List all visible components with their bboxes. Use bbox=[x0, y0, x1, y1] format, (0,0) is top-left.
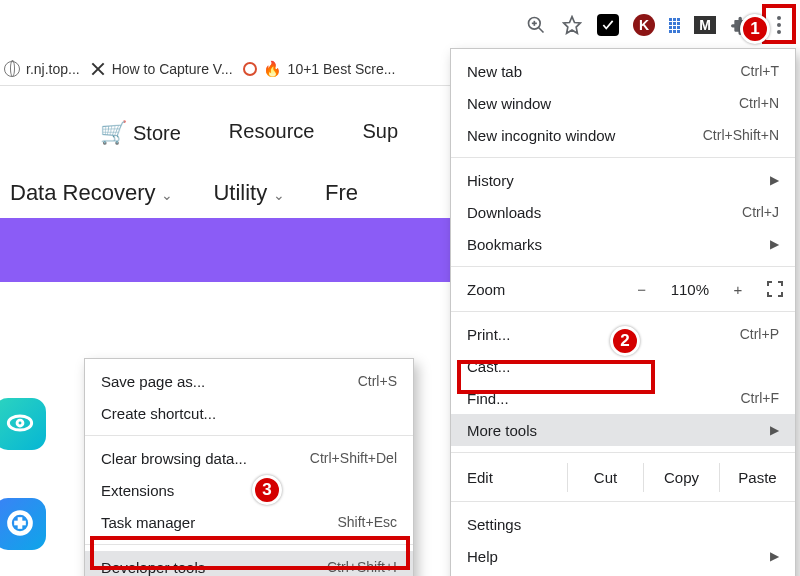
annotation-badge: 3 bbox=[252, 475, 282, 505]
menu-separator bbox=[451, 311, 795, 312]
bookmark-label: How to Capture V... bbox=[112, 61, 233, 77]
edit-cut-button[interactable]: Cut bbox=[567, 463, 643, 492]
annotation-badge: 2 bbox=[610, 326, 640, 356]
menu-label: Extensions bbox=[101, 482, 174, 499]
nav-link[interactable]: Resource bbox=[229, 120, 315, 146]
zoom-level-icon[interactable] bbox=[525, 14, 547, 36]
shortcut: Ctrl+Shift+N bbox=[703, 127, 779, 143]
bookmark-item[interactable]: 🔥 10+1 Best Scre... bbox=[243, 60, 396, 78]
menu-label: Print... bbox=[467, 326, 510, 343]
submenu-arrow-icon: ▶ bbox=[770, 423, 779, 437]
submenu-item-extensions[interactable]: Extensions bbox=[85, 474, 413, 506]
menu-label: New tab bbox=[467, 63, 522, 80]
menu-item-help[interactable]: Help ▶ bbox=[451, 540, 795, 572]
zoom-in-button[interactable]: + bbox=[731, 281, 745, 298]
edit-paste-button[interactable]: Paste bbox=[719, 463, 795, 492]
annotation-badge: 1 bbox=[740, 14, 770, 44]
svg-line-1 bbox=[539, 28, 544, 33]
extension-icon[interactable]: M bbox=[694, 16, 716, 34]
menu-label: New window bbox=[467, 95, 551, 112]
shortcut: Shift+Esc bbox=[337, 514, 397, 530]
favicon-icon bbox=[90, 61, 106, 77]
menu-separator bbox=[85, 435, 413, 436]
eye-icon bbox=[6, 409, 34, 440]
favicon-icon bbox=[243, 62, 257, 76]
menu-label: Settings bbox=[467, 516, 521, 533]
submenu-arrow-icon: ▶ bbox=[770, 549, 779, 563]
svg-marker-4 bbox=[564, 17, 581, 34]
menu-separator bbox=[451, 452, 795, 453]
menu-item-new-tab[interactable]: New tab Ctrl+T bbox=[451, 55, 795, 87]
menu-label: Task manager bbox=[101, 514, 195, 531]
globe-icon bbox=[4, 61, 20, 77]
svg-point-5 bbox=[8, 416, 31, 430]
app-icon[interactable] bbox=[0, 498, 46, 550]
nav-link[interactable]: Data Recovery ⌄ bbox=[10, 180, 173, 206]
menu-item-bookmarks[interactable]: Bookmarks ▶ bbox=[451, 228, 795, 260]
zoom-out-button[interactable]: − bbox=[635, 281, 649, 298]
menu-item-more-tools[interactable]: More tools ▶ bbox=[451, 414, 795, 446]
nav-link[interactable]: Utility ⌄ bbox=[213, 180, 285, 206]
submenu-item-task-manager[interactable]: Task manager Shift+Esc bbox=[85, 506, 413, 538]
menu-separator bbox=[451, 266, 795, 267]
menu-separator bbox=[451, 157, 795, 158]
bookmark-item[interactable]: r.nj.top... bbox=[4, 61, 80, 77]
menu-label: Clear browsing data... bbox=[101, 450, 247, 467]
menu-item-downloads[interactable]: Downloads Ctrl+J bbox=[451, 196, 795, 228]
menu-label: Edit bbox=[467, 469, 567, 486]
nav-link[interactable]: 🛒Store bbox=[100, 120, 181, 146]
chevron-down-icon: ⌄ bbox=[158, 187, 174, 203]
site-nav: 🛒Store Resource Sup bbox=[0, 86, 450, 164]
menu-item-new-window[interactable]: New window Ctrl+N bbox=[451, 87, 795, 119]
zoom-value: 110% bbox=[671, 281, 709, 298]
edit-copy-button[interactable]: Copy bbox=[643, 463, 719, 492]
shortcut: Ctrl+T bbox=[741, 63, 780, 79]
bookmark-item[interactable]: How to Capture V... bbox=[90, 61, 233, 77]
fire-icon: 🔥 bbox=[263, 60, 282, 78]
menu-label: Help bbox=[467, 548, 498, 565]
chrome-main-menu: New tab Ctrl+T New window Ctrl+N New inc… bbox=[450, 48, 796, 576]
menu-item-settings[interactable]: Settings bbox=[451, 508, 795, 540]
shortcut: Ctrl+P bbox=[740, 326, 779, 342]
submenu-item-clear-browsing[interactable]: Clear browsing data... Ctrl+Shift+Del bbox=[85, 442, 413, 474]
shortcut: Ctrl+F bbox=[741, 390, 780, 406]
shortcut: Ctrl+J bbox=[742, 204, 779, 220]
menu-item-history[interactable]: History ▶ bbox=[451, 164, 795, 196]
bookmark-label: 10+1 Best Scre... bbox=[288, 61, 396, 77]
menu-label: Zoom bbox=[467, 281, 505, 298]
app-icon[interactable] bbox=[0, 398, 46, 450]
menu-label: History bbox=[467, 172, 514, 189]
menu-label: Bookmarks bbox=[467, 236, 542, 253]
menu-item-zoom: Zoom − 110% + bbox=[451, 273, 795, 305]
submenu-arrow-icon: ▶ bbox=[770, 237, 779, 251]
menu-label: Save page as... bbox=[101, 373, 205, 390]
nav-link[interactable]: Sup bbox=[362, 120, 398, 146]
bookmark-label: r.nj.top... bbox=[26, 61, 80, 77]
submenu-item-create-shortcut[interactable]: Create shortcut... bbox=[85, 397, 413, 429]
shortcut: Ctrl+Shift+Del bbox=[310, 450, 397, 466]
menu-item-edit: Edit Cut Copy Paste bbox=[451, 459, 795, 495]
shortcut: Ctrl+N bbox=[739, 95, 779, 111]
extension-icon[interactable] bbox=[597, 14, 619, 36]
cart-icon: 🛒 bbox=[100, 120, 127, 145]
submenu-arrow-icon: ▶ bbox=[770, 173, 779, 187]
submenu-item-save-page[interactable]: Save page as... Ctrl+S bbox=[85, 365, 413, 397]
menu-item-new-incognito[interactable]: New incognito window Ctrl+Shift+N bbox=[451, 119, 795, 151]
extension-icon[interactable] bbox=[669, 18, 680, 33]
extension-icon[interactable]: K bbox=[633, 14, 655, 36]
shortcut: Ctrl+S bbox=[358, 373, 397, 389]
svg-point-6 bbox=[17, 420, 23, 426]
menu-label: New incognito window bbox=[467, 127, 615, 144]
bookmark-star-icon[interactable] bbox=[561, 14, 583, 36]
bookmarks-bar: r.nj.top... How to Capture V... 🔥 10+1 B… bbox=[0, 52, 450, 86]
shield-plus-icon bbox=[6, 509, 34, 540]
annotation-box bbox=[457, 360, 655, 394]
annotation-box bbox=[90, 536, 410, 570]
nav-link[interactable]: Fre bbox=[325, 180, 358, 206]
fullscreen-icon[interactable] bbox=[767, 281, 783, 297]
menu-label: More tools bbox=[467, 422, 537, 439]
menu-label: Create shortcut... bbox=[101, 405, 216, 422]
menu-label: Downloads bbox=[467, 204, 541, 221]
page-banner bbox=[0, 218, 450, 282]
chevron-down-icon: ⌄ bbox=[269, 187, 285, 203]
